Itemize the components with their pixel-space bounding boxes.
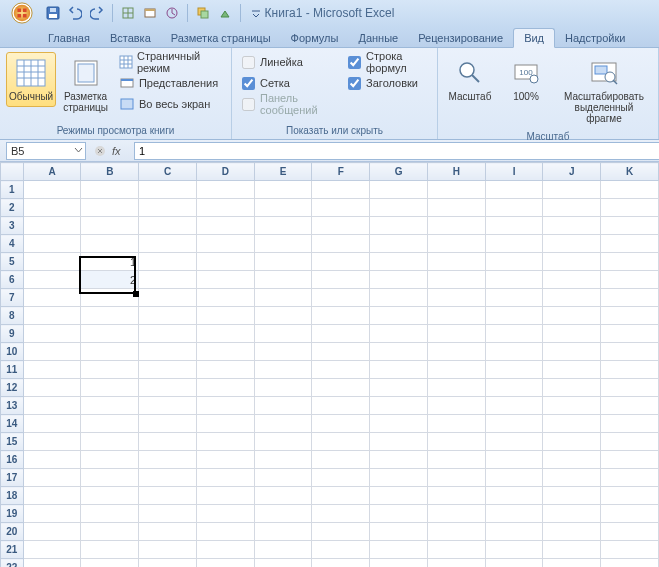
cell[interactable] xyxy=(254,523,312,541)
row-header[interactable]: 18 xyxy=(1,487,24,505)
cell[interactable] xyxy=(601,181,659,199)
cell[interactable] xyxy=(601,343,659,361)
qat-icon-4[interactable] xyxy=(194,4,212,22)
select-all-corner[interactable] xyxy=(1,163,24,181)
row-header[interactable]: 20 xyxy=(1,523,24,541)
cell[interactable] xyxy=(370,181,428,199)
cell[interactable] xyxy=(139,541,197,559)
cell[interactable] xyxy=(370,361,428,379)
cell[interactable] xyxy=(427,289,485,307)
spreadsheet-grid[interactable]: ABCDEFGHIJK12345162789101112131415161718… xyxy=(0,162,659,567)
cell[interactable] xyxy=(427,235,485,253)
tab-page-layout[interactable]: Разметка страницы xyxy=(161,29,281,47)
cell[interactable] xyxy=(601,217,659,235)
cell[interactable] xyxy=(427,307,485,325)
cell[interactable] xyxy=(196,451,254,469)
qat-customize-icon[interactable] xyxy=(247,4,265,22)
cell[interactable] xyxy=(254,181,312,199)
cell[interactable] xyxy=(23,325,81,343)
cell[interactable] xyxy=(312,541,370,559)
cell[interactable] xyxy=(485,505,543,523)
formula-bar-checkbox[interactable]: Строка формул xyxy=(344,52,431,72)
column-header[interactable]: F xyxy=(312,163,370,181)
cell[interactable] xyxy=(543,271,601,289)
cell[interactable] xyxy=(196,433,254,451)
cell[interactable] xyxy=(543,217,601,235)
cell[interactable] xyxy=(312,235,370,253)
cell[interactable] xyxy=(370,199,428,217)
tab-review[interactable]: Рецензирование xyxy=(408,29,513,47)
cell[interactable] xyxy=(312,559,370,568)
cell[interactable] xyxy=(543,235,601,253)
row-header[interactable]: 17 xyxy=(1,469,24,487)
cell[interactable] xyxy=(139,325,197,343)
cell[interactable] xyxy=(81,487,139,505)
cell[interactable] xyxy=(196,397,254,415)
cell[interactable] xyxy=(196,505,254,523)
cell[interactable] xyxy=(370,505,428,523)
cell[interactable] xyxy=(312,379,370,397)
cell[interactable] xyxy=(485,487,543,505)
qat-icon-2[interactable] xyxy=(141,4,159,22)
zoom-selection-button[interactable]: Масштабировать выделенный фрагме xyxy=(556,52,652,129)
cell[interactable] xyxy=(370,559,428,568)
cell[interactable] xyxy=(427,343,485,361)
cell[interactable] xyxy=(81,307,139,325)
cell[interactable] xyxy=(139,289,197,307)
cell[interactable] xyxy=(312,523,370,541)
cell[interactable] xyxy=(485,361,543,379)
cell[interactable] xyxy=(23,181,81,199)
cell[interactable] xyxy=(427,253,485,271)
cell[interactable] xyxy=(23,433,81,451)
cell[interactable] xyxy=(427,271,485,289)
cell[interactable] xyxy=(543,433,601,451)
cell[interactable] xyxy=(427,469,485,487)
fx-icon[interactable]: fx xyxy=(112,143,128,159)
cell[interactable] xyxy=(485,541,543,559)
cell[interactable] xyxy=(23,343,81,361)
cell[interactable] xyxy=(370,271,428,289)
cell[interactable] xyxy=(139,379,197,397)
cell[interactable] xyxy=(485,253,543,271)
cell[interactable] xyxy=(601,199,659,217)
cell[interactable] xyxy=(601,361,659,379)
cell[interactable] xyxy=(601,559,659,568)
cell[interactable] xyxy=(370,433,428,451)
cell[interactable] xyxy=(485,523,543,541)
tab-data[interactable]: Данные xyxy=(348,29,408,47)
cell[interactable] xyxy=(485,307,543,325)
cell[interactable] xyxy=(254,415,312,433)
cell[interactable] xyxy=(81,199,139,217)
tab-addins[interactable]: Надстройки xyxy=(555,29,635,47)
cell[interactable] xyxy=(312,289,370,307)
cell[interactable] xyxy=(485,451,543,469)
cell[interactable] xyxy=(254,541,312,559)
cell[interactable] xyxy=(254,505,312,523)
cell[interactable] xyxy=(139,559,197,568)
cell[interactable] xyxy=(196,379,254,397)
cell[interactable] xyxy=(254,325,312,343)
cell[interactable] xyxy=(543,523,601,541)
cell[interactable] xyxy=(196,559,254,568)
cell[interactable] xyxy=(370,523,428,541)
cell[interactable] xyxy=(196,235,254,253)
redo-icon[interactable] xyxy=(88,4,106,22)
cell[interactable] xyxy=(254,487,312,505)
save-icon[interactable] xyxy=(44,4,62,22)
cell[interactable] xyxy=(485,199,543,217)
headings-checkbox[interactable]: Заголовки xyxy=(344,73,431,93)
cell[interactable] xyxy=(543,181,601,199)
cell[interactable] xyxy=(81,361,139,379)
cell[interactable] xyxy=(370,487,428,505)
cell[interactable] xyxy=(427,559,485,568)
cell[interactable] xyxy=(601,307,659,325)
cell[interactable] xyxy=(254,271,312,289)
cell[interactable] xyxy=(81,379,139,397)
cell[interactable] xyxy=(312,451,370,469)
cell[interactable] xyxy=(23,541,81,559)
cell[interactable] xyxy=(312,469,370,487)
cell[interactable] xyxy=(601,397,659,415)
cell[interactable] xyxy=(312,181,370,199)
cell[interactable] xyxy=(543,559,601,568)
cell[interactable] xyxy=(81,415,139,433)
